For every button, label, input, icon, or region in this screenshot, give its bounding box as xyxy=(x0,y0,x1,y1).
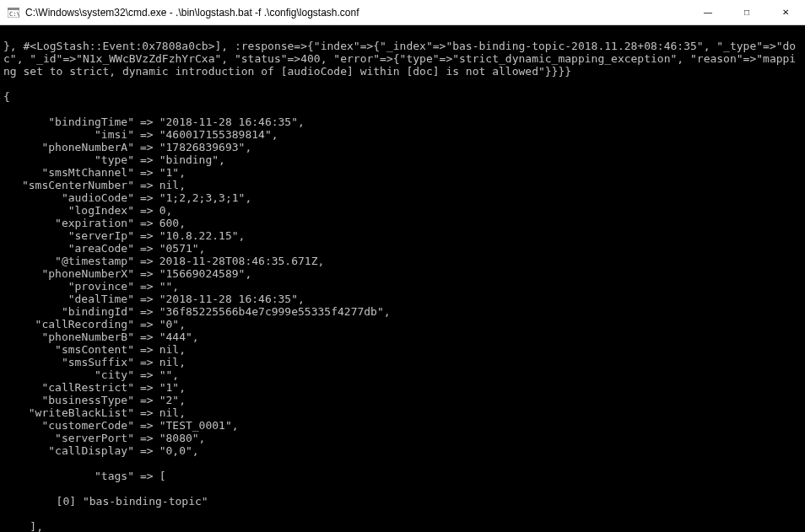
console-field-row: "serverPort"=>"8080", xyxy=(3,432,802,444)
console-field-row: "smsCenterNumber"=>nil, xyxy=(3,179,802,191)
field-key: "phoneNumberB" xyxy=(3,330,134,343)
field-key: "expiration" xyxy=(3,217,134,229)
console-field-row: "type"=>"binding", xyxy=(3,153,802,166)
field-value: "2018-11-28 16:46:35", xyxy=(159,293,305,305)
console-field-row: "smsMtChannel"=>"1", xyxy=(3,166,802,179)
field-key: "smsSuffix" xyxy=(3,356,134,368)
minimize-button[interactable]: — xyxy=(689,0,727,24)
field-key: "city" xyxy=(3,368,134,381)
arrow: => xyxy=(134,153,159,166)
maximize-button[interactable]: □ xyxy=(727,0,766,24)
field-key: "tags" xyxy=(3,470,134,482)
window-title: C:\Windows\system32\cmd.exe - .\bin\logs… xyxy=(25,7,689,19)
field-value: "36f85225566b4e7c999e55335f4277db", xyxy=(159,305,391,318)
field-key: "serverPort" xyxy=(3,432,134,444)
console-field-row: "province"=>"", xyxy=(3,280,802,293)
window-titlebar: C:\ C:\Windows\system32\cmd.exe - .\bin\… xyxy=(0,0,805,25)
field-value: nil, xyxy=(159,406,186,419)
field-value: "15669024589", xyxy=(159,267,252,280)
field-value: "2", xyxy=(159,394,186,406)
arrow: => xyxy=(134,128,159,141)
console-field-row: "logIndex"=>0, xyxy=(3,204,802,217)
arrow: => xyxy=(134,406,159,419)
svg-text:C:\: C:\ xyxy=(9,11,19,18)
field-key: "smsCenterNumber" xyxy=(3,179,134,191)
field-key: "callRestrict" xyxy=(3,381,134,394)
console-field-row: "phoneNumberB"=>"444", xyxy=(3,330,802,343)
field-key: "serverIp" xyxy=(3,229,134,242)
field-value: "binding", xyxy=(159,153,225,166)
field-value: "0,0", xyxy=(159,444,199,457)
console-field-row: "callDisplay"=>"0,0", xyxy=(3,444,802,457)
field-key: "smsContent" xyxy=(3,343,134,356)
field-key: "audioCode" xyxy=(3,191,134,204)
console-field-row: "tags"=>[ xyxy=(3,470,802,482)
arrow: => xyxy=(134,217,159,229)
console-field-row: "phoneNumberX"=>"15669024589", xyxy=(3,267,802,280)
field-key: "bindingTime" xyxy=(3,116,134,128)
field-value: "17826839693", xyxy=(159,141,252,153)
field-key: "@timestamp" xyxy=(3,255,134,267)
console-field-row: "areaCode"=>"0571", xyxy=(3,242,802,255)
console-output[interactable]: }, #<LogStash::Event:0x7808a0cb>], :resp… xyxy=(0,25,805,532)
arrow: => xyxy=(134,242,159,255)
svg-rect-1 xyxy=(8,8,19,10)
cmd-icon: C:\ xyxy=(7,6,20,19)
console-field-row: "smsSuffix"=>nil, xyxy=(3,356,802,368)
arrow: => xyxy=(134,419,159,432)
field-key: "province" xyxy=(3,280,134,293)
arrow: => xyxy=(134,255,159,267)
field-key: "callRecording" xyxy=(3,318,134,330)
console-field-row: "bindingTime"=>"2018-11-28 16:46:35", xyxy=(3,116,802,128)
arrow: => xyxy=(134,470,159,482)
console-field-row: "@timestamp"=>2018-11-28T08:46:35.671Z, xyxy=(3,255,802,267)
field-value: "", xyxy=(159,368,179,381)
field-value: nil, xyxy=(159,179,186,191)
close-button[interactable]: ✕ xyxy=(766,0,805,24)
field-key: "phoneNumberA" xyxy=(3,141,134,153)
arrow: => xyxy=(134,432,159,444)
arrow: => xyxy=(134,444,159,457)
field-value: "1;2,2;3,3;1", xyxy=(159,191,252,204)
arrow: => xyxy=(134,293,159,305)
field-value: "", xyxy=(159,280,179,293)
arrow: => xyxy=(134,179,159,191)
field-value: nil, xyxy=(159,356,186,368)
console-fields: "bindingTime"=>"2018-11-28 16:46:35","im… xyxy=(3,116,802,457)
console-field-row: "bindingId"=>"36f85225566b4e7c999e55335f… xyxy=(3,305,802,318)
field-value: "TEST_0001", xyxy=(159,419,239,432)
arrow: => xyxy=(134,116,159,128)
arrow: => xyxy=(134,166,159,179)
arrow: => xyxy=(134,368,159,381)
console-field-row: "writeBlackList"=>nil, xyxy=(3,406,802,419)
tags-item: [0] "bas-binding-topic" xyxy=(3,495,802,508)
arrow: => xyxy=(134,381,159,394)
field-key: "logIndex" xyxy=(3,204,134,217)
field-key: "writeBlackList" xyxy=(3,406,134,419)
arrow: => xyxy=(134,141,159,153)
field-key: "phoneNumberX" xyxy=(3,267,134,280)
console-field-row: "dealTime"=>"2018-11-28 16:46:35", xyxy=(3,293,802,305)
console-field-row: "serverIp"=>"10.8.22.15", xyxy=(3,229,802,242)
open-brace: { xyxy=(3,90,802,103)
field-key: "callDisplay" xyxy=(3,444,134,457)
field-value: "460017155389814", xyxy=(159,128,278,141)
arrow: => xyxy=(134,191,159,204)
arrow: => xyxy=(134,305,159,318)
field-value: "8080", xyxy=(159,432,206,444)
arrow: => xyxy=(134,394,159,406)
console-field-row: "city"=>"", xyxy=(3,368,802,381)
console-field-row: "businessType"=>"2", xyxy=(3,394,802,406)
tags-close: ], xyxy=(3,520,802,532)
field-value: "2018-11-28 16:46:35", xyxy=(159,116,305,128)
arrow: => xyxy=(134,229,159,242)
console-field-row: "smsContent"=>nil, xyxy=(3,343,802,356)
console-field-row: "callRecording"=>"0", xyxy=(3,318,802,330)
field-key: "dealTime" xyxy=(3,293,134,305)
field-value: 0, xyxy=(159,204,173,217)
arrow: => xyxy=(134,204,159,217)
field-value: "0571", xyxy=(159,242,206,255)
field-value: [ xyxy=(159,470,166,482)
field-value: 600, xyxy=(159,217,186,229)
field-key: "smsMtChannel" xyxy=(3,166,134,179)
